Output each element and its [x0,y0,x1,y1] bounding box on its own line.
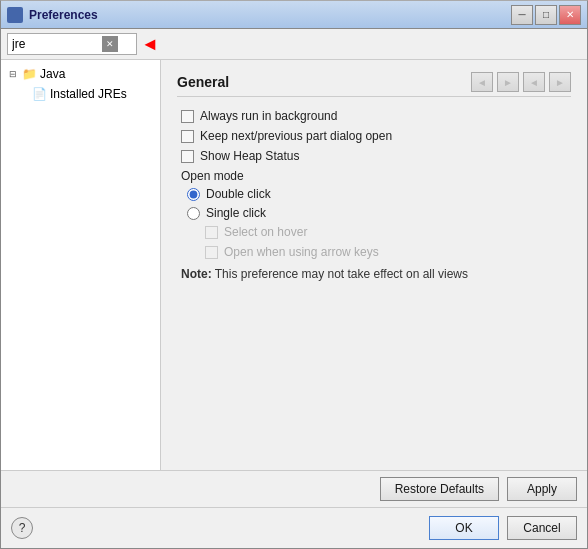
select-hover-label: Select on hover [224,225,307,239]
apply-button[interactable]: Apply [507,477,577,501]
show-heap-label: Show Heap Status [200,149,299,163]
open-mode-label: Open mode [177,169,571,183]
note-row: Note: This preference may not take effec… [177,267,571,281]
double-click-radio[interactable] [187,188,200,201]
titlebar: Preferences ─ □ ✕ [1,1,587,29]
restore-defaults-button[interactable]: Restore Defaults [380,477,499,501]
expand-icon: ⊟ [7,68,19,80]
single-click-radio[interactable] [187,207,200,220]
jres-folder-icon: 📄 [31,86,47,102]
titlebar-buttons: ─ □ ✕ [511,5,581,25]
radio-double-click: Double click [177,187,571,201]
content-header: General ◄ ► ◄ ► [177,72,571,97]
open-arrow-checkbox[interactable] [205,246,218,259]
sidebar: ⊟ 📁 Java 📄 Installed JREs [1,60,161,470]
search-arrow-indicator: ◄ [141,34,159,55]
nav-forward2-button[interactable]: ► [549,72,571,92]
option-show-heap: Show Heap Status [177,149,571,163]
nav-forward-button[interactable]: ► [497,72,519,92]
search-input[interactable]: jre [12,37,102,51]
open-arrow-label: Open when using arrow keys [224,245,379,259]
bottom-restore-apply-bar: Restore Defaults Apply [1,470,587,507]
java-folder-icon: 📁 [21,66,37,82]
always-run-checkbox[interactable] [181,110,194,123]
keep-next-label: Keep next/previous part dialog open [200,129,392,143]
nav-arrows: ◄ ► ◄ ► [471,72,571,92]
ok-button[interactable]: OK [429,516,499,540]
keep-next-checkbox[interactable] [181,130,194,143]
ok-cancel-bar: ? OK Cancel [1,507,587,548]
option-select-hover: Select on hover [177,225,571,239]
show-heap-checkbox[interactable] [181,150,194,163]
sidebar-item-java[interactable]: ⊟ 📁 Java [1,64,160,84]
content-title: General [177,74,471,90]
note-text: This preference may not take effect on a… [212,267,468,281]
double-click-label: Double click [206,187,271,201]
main-content: ⊟ 📁 Java 📄 Installed JREs General ◄ ► ◄ … [1,60,587,470]
search-clear-button[interactable]: ✕ [102,36,118,52]
cancel-button[interactable]: Cancel [507,516,577,540]
option-always-run: Always run in background [177,109,571,123]
nav-back-button[interactable]: ◄ [471,72,493,92]
sidebar-item-installed-jres[interactable]: 📄 Installed JREs [1,84,160,104]
radio-single-click: Single click [177,206,571,220]
toolbar: jre ✕ ◄ [1,29,587,60]
nav-back2-button[interactable]: ◄ [523,72,545,92]
option-open-arrow: Open when using arrow keys [177,245,571,259]
installed-jres-label: Installed JREs [50,87,127,101]
always-run-label: Always run in background [200,109,337,123]
note-prefix: Note: [181,267,212,281]
content-panel: General ◄ ► ◄ ► Always run in background… [161,60,587,470]
search-box: jre ✕ [7,33,137,55]
single-click-label: Single click [206,206,266,220]
window-icon [7,7,23,23]
minimize-button[interactable]: ─ [511,5,533,25]
window-title: Preferences [29,8,511,22]
help-button[interactable]: ? [11,517,33,539]
option-keep-next: Keep next/previous part dialog open [177,129,571,143]
preferences-window: Preferences ─ □ ✕ jre ✕ ◄ ⊟ 📁 Java 📄 Ins… [0,0,588,549]
close-button[interactable]: ✕ [559,5,581,25]
maximize-button[interactable]: □ [535,5,557,25]
select-hover-checkbox[interactable] [205,226,218,239]
java-label: Java [40,67,65,81]
